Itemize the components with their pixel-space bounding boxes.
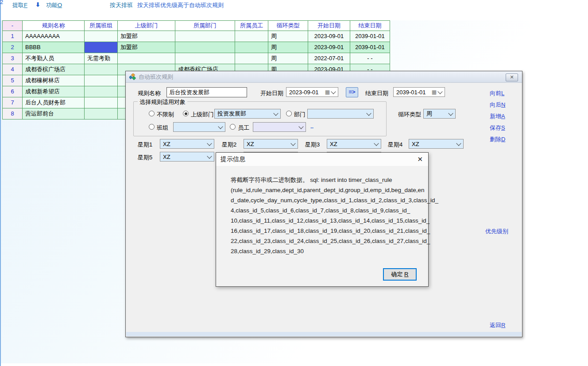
- table-cell[interactable]: [85, 75, 118, 86]
- save-link[interactable]: 保存S: [490, 124, 505, 132]
- dialog-icon: [129, 73, 136, 80]
- row-number[interactable]: 1: [3, 31, 23, 42]
- radio-employee-label[interactable]: 员工: [238, 124, 249, 132]
- row-number[interactable]: 5: [3, 75, 23, 86]
- table-cell[interactable]: 2023-09-01: [308, 42, 350, 53]
- row-number[interactable]: 2: [3, 42, 23, 53]
- end-date-picker[interactable]: 2039-01-01 ▦: [393, 87, 445, 97]
- table-cell[interactable]: [175, 53, 235, 64]
- table-cell[interactable]: 2039-01-01: [350, 31, 390, 42]
- download-arrow-icon[interactable]: ⬇: [35, 1, 40, 8]
- function-menu[interactable]: 功能O: [46, 1, 62, 9]
- table-cell[interactable]: [85, 31, 118, 42]
- table-cell[interactable]: 成都橡树林店: [23, 75, 85, 86]
- week3-select[interactable]: XZ: [327, 139, 381, 149]
- row-number[interactable]: 8: [3, 108, 23, 119]
- table-row[interactable]: 1 AAAAAAAAA 加盟部 周 2023-09-01 2039-01-01: [3, 31, 390, 42]
- header-employee[interactable]: 所属员工: [235, 21, 268, 31]
- radio-parent-dept-label[interactable]: 上级部门: [191, 111, 214, 119]
- header-dept[interactable]: 所属部门: [175, 21, 235, 31]
- header-group[interactable]: 所属班组: [85, 21, 118, 31]
- rule-name-label: 规则名称: [138, 89, 161, 97]
- table-cell[interactable]: 营运部前台: [23, 108, 85, 119]
- radio-unlimited-label[interactable]: 不限制: [157, 111, 174, 119]
- table-cell[interactable]: [118, 53, 175, 64]
- message-box-close-icon[interactable]: ✕: [417, 155, 423, 163]
- table-cell[interactable]: [85, 108, 118, 119]
- table-cell[interactable]: 无需考勤: [85, 53, 118, 64]
- week4-select[interactable]: XZ: [409, 139, 464, 149]
- table-cell[interactable]: 后台人员财务部: [23, 97, 85, 108]
- radio-employee[interactable]: [230, 124, 236, 130]
- message-box: 提示信息 ✕ 将截断字符串或二进制数据。 sql: insert into ti…: [216, 152, 429, 287]
- header-cycle-type[interactable]: 循环类型: [268, 21, 308, 31]
- header-parent-dept[interactable]: 上级部门: [118, 21, 175, 31]
- add-link[interactable]: 新增A: [490, 112, 505, 120]
- table-cell[interactable]: 成都新希望店: [23, 86, 85, 97]
- dept-select[interactable]: [307, 109, 374, 119]
- message-box-title: 提示信息: [220, 155, 245, 163]
- group-select[interactable]: [173, 122, 225, 132]
- parent-dept-select[interactable]: 投资发展部: [214, 109, 281, 119]
- back-link[interactable]: 返回R: [490, 321, 505, 329]
- ok-button[interactable]: 确定 R: [383, 268, 417, 281]
- radio-parent-dept[interactable]: [183, 111, 189, 116]
- table-cell[interactable]: 2023-09-01: [308, 31, 350, 42]
- chevron-down-icon: [374, 141, 379, 146]
- table-cell[interactable]: 周: [268, 53, 308, 64]
- radio-group[interactable]: [149, 124, 155, 130]
- table-cell[interactable]: 加盟部: [118, 42, 175, 53]
- header-end-date[interactable]: 结束日期: [350, 21, 390, 31]
- radio-dept[interactable]: [286, 111, 292, 116]
- table-cell[interactable]: AAAAAAAAA: [23, 31, 85, 42]
- table-cell[interactable]: [235, 42, 268, 53]
- row-number[interactable]: 7: [3, 97, 23, 108]
- table-cell[interactable]: BBBB: [23, 42, 85, 53]
- table-row-selected[interactable]: 2 BBBB 加盟部 周 2023-09-01 2039-01-01: [3, 42, 390, 53]
- table-row[interactable]: 3 不考勤人员 无需考勤 周 2022-07-01 - -: [3, 53, 390, 64]
- row-number[interactable]: 3: [3, 53, 23, 64]
- prev-link[interactable]: 向前L: [490, 89, 504, 97]
- more-options-link[interactable]: ..: [310, 123, 313, 130]
- rule-name-input[interactable]: 后台投资发展部: [166, 87, 247, 97]
- week5-select[interactable]: XZ: [160, 152, 214, 162]
- header-index[interactable]: -: [3, 21, 23, 31]
- table-cell[interactable]: [235, 53, 268, 64]
- header-begin-date[interactable]: 开始日期: [308, 21, 350, 31]
- table-cell[interactable]: 成都香槟广场店: [23, 64, 85, 75]
- table-cell[interactable]: [175, 42, 235, 53]
- table-cell[interactable]: [85, 86, 118, 97]
- radio-group-label[interactable]: 班组: [157, 124, 168, 132]
- header-rule-name[interactable]: 规则名称: [23, 21, 85, 31]
- radio-dept-label[interactable]: 部门: [294, 111, 306, 119]
- next-link[interactable]: 向后N: [490, 101, 505, 109]
- week2-select[interactable]: XZ: [244, 139, 298, 149]
- priority-link[interactable]: 优先级别: [485, 227, 508, 235]
- by-day-schedule-label[interactable]: 按天排班: [110, 1, 133, 9]
- table-cell[interactable]: 加盟部: [118, 31, 175, 42]
- radio-unlimited[interactable]: [149, 111, 155, 116]
- table-cell[interactable]: [85, 64, 118, 75]
- delete-link[interactable]: 删除D: [490, 135, 505, 143]
- table-cell[interactable]: [175, 31, 235, 42]
- table-cell[interactable]: 不考勤人员: [23, 53, 85, 64]
- cycle-type-label: 循环类型: [398, 111, 421, 119]
- table-cell[interactable]: 2039-01-01: [350, 42, 390, 53]
- table-cell[interactable]: [235, 31, 268, 42]
- employee-select[interactable]: [253, 122, 306, 132]
- row-number[interactable]: 6: [3, 86, 23, 97]
- cycle-type-select[interactable]: 周: [423, 109, 456, 119]
- extract-menu[interactable]: 提取F: [12, 1, 27, 9]
- dialog-close-button[interactable]: ✕: [506, 73, 518, 81]
- table-cell[interactable]: [85, 97, 118, 108]
- table-cell[interactable]: - -: [350, 53, 390, 64]
- table-cell[interactable]: 周: [268, 42, 308, 53]
- selected-cell[interactable]: [85, 42, 118, 53]
- table-cell[interactable]: 2022-07-01: [308, 53, 350, 64]
- clipped-text: 2: [0, 0, 3, 5]
- copy-date-button[interactable]: =>: [346, 87, 358, 97]
- begin-date-picker[interactable]: 2023-09-01 ▦: [286, 87, 338, 97]
- row-number[interactable]: 4: [3, 64, 23, 75]
- week1-select[interactable]: XZ: [160, 139, 214, 149]
- table-cell[interactable]: 周: [268, 31, 308, 42]
